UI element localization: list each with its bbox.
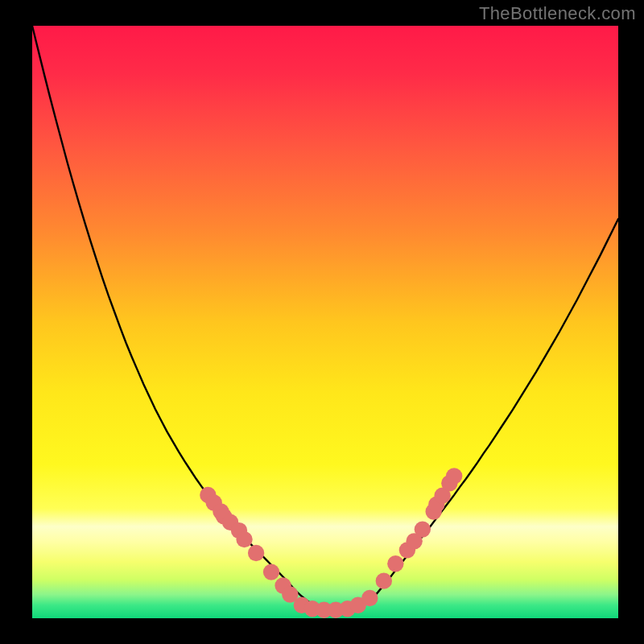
marker-dot — [446, 468, 462, 484]
chart-stage: TheBottleneck.com — [0, 0, 644, 644]
marker-dot — [415, 521, 431, 537]
chart-svg — [32, 26, 618, 618]
marker-dot — [376, 572, 392, 588]
marker-dot — [263, 564, 279, 580]
marker-dot — [387, 555, 403, 572]
background-rect — [32, 26, 618, 618]
marker-dot — [248, 545, 264, 561]
plot-area — [32, 26, 618, 618]
marker-dot — [361, 590, 378, 606]
marker-dot — [236, 531, 252, 547]
watermark-text: TheBottleneck.com — [479, 3, 636, 24]
